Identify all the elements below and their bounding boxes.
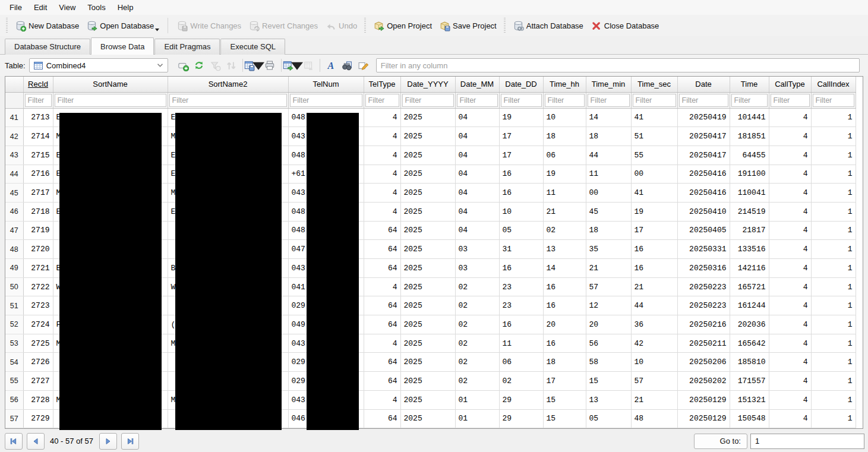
grid-cell[interactable]: 4 — [364, 202, 400, 221]
grid-cell[interactable]: 2025 — [400, 296, 455, 315]
grid-cell[interactable]: 18 — [543, 127, 586, 146]
grid-cell[interactable]: 18 — [586, 221, 631, 240]
grid-cell[interactable]: 2723 — [23, 296, 53, 315]
grid-cell[interactable]: 58 — [586, 353, 631, 372]
edit-cell-button[interactable] — [355, 58, 371, 74]
grid-cell[interactable]: 20250331 — [677, 240, 730, 259]
column-header-date-dd[interactable]: Date_DD — [499, 77, 543, 92]
column-header-time[interactable]: Time — [730, 77, 769, 92]
grid-cell[interactable]: 20250410 — [677, 202, 730, 221]
grid-cell[interactable]: 2726 — [23, 353, 53, 372]
grid-cell[interactable]: 04 — [455, 221, 499, 240]
grid-cell[interactable]: 20250206 — [677, 353, 730, 372]
grid-cell[interactable]: 04 — [455, 202, 499, 221]
attach-database-button[interactable]: Attach Database — [509, 17, 587, 34]
grid-cell[interactable]: 04 — [455, 184, 499, 203]
new-record-button[interactable] — [175, 58, 191, 74]
grid-cell[interactable]: 10 — [631, 353, 677, 372]
grid-cell[interactable]: 16 — [499, 259, 543, 278]
grid-cell[interactable]: 110041 — [730, 184, 769, 203]
column-header-date-yyyy[interactable]: Date_YYYY — [400, 77, 455, 92]
grid-cell[interactable]: 20250223 — [677, 277, 730, 296]
grid-cell[interactable]: 41 — [631, 108, 677, 127]
grid-cell[interactable]: 2025 — [400, 146, 455, 165]
column-filter-input-calltype[interactable]: Filter — [771, 94, 810, 107]
grid-cell[interactable]: 2720 — [23, 240, 53, 259]
row-number[interactable]: 43 — [5, 146, 23, 165]
grid-cell[interactable]: 18 — [586, 127, 631, 146]
grid-cell[interactable]: 2025 — [400, 353, 455, 372]
menu-view[interactable]: View — [53, 0, 81, 15]
grid-cell[interactable]: 35 — [586, 240, 631, 259]
grid-cell[interactable]: 18 — [543, 353, 586, 372]
find-in-cells-button[interactable] — [339, 58, 355, 74]
grid-cell[interactable]: 2714 — [23, 127, 53, 146]
column-filter-input-telnum[interactable]: Filter — [290, 94, 362, 107]
save-project-button[interactable]: Save Project — [435, 17, 500, 34]
menu-file[interactable]: File — [4, 0, 28, 15]
row-number[interactable]: 42 — [5, 127, 23, 146]
grid-cell[interactable]: 4 — [769, 277, 811, 296]
grid-cell[interactable]: 02 — [455, 334, 499, 353]
grid-cell[interactable]: 2717 — [23, 184, 53, 203]
grid-cell[interactable]: 4 — [769, 202, 811, 221]
grid-cell[interactable]: 1 — [811, 353, 856, 372]
grid-cell[interactable]: 4 — [769, 221, 811, 240]
column-header-telnum[interactable]: TelNum — [288, 77, 364, 92]
column-filter-input-teltype[interactable]: Filter — [365, 94, 399, 107]
grid-cell[interactable]: 15 — [543, 390, 586, 409]
column-filter-input-recid[interactable]: Filter — [25, 94, 52, 107]
grid-cell[interactable]: 2722 — [23, 277, 53, 296]
grid-cell[interactable]: 64 — [364, 372, 400, 391]
grid-cell[interactable]: 64 — [364, 221, 400, 240]
grid-cell[interactable]: 4 — [769, 108, 811, 127]
menu-tools[interactable]: Tools — [81, 0, 111, 15]
grid-cell[interactable]: 64 — [364, 409, 400, 428]
save-table-button[interactable] — [246, 58, 262, 74]
grid-cell[interactable]: 16 — [543, 334, 586, 353]
column-filter-input-callindex[interactable]: Filter — [813, 94, 854, 107]
grid-cell[interactable]: 06 — [543, 146, 586, 165]
grid-cell[interactable]: 05 — [499, 221, 543, 240]
grid-cell[interactable]: 17 — [499, 146, 543, 165]
grid-cell[interactable]: 101441 — [730, 108, 769, 127]
grid-cell[interactable]: 2713 — [23, 108, 53, 127]
grid-cell[interactable]: 1 — [811, 315, 856, 334]
grid-cell[interactable]: 20250416 — [677, 184, 730, 203]
grid-cell[interactable]: 21817 — [730, 221, 769, 240]
grid-cell[interactable]: 36 — [631, 315, 677, 334]
tab-browse-data[interactable]: Browse Data — [91, 37, 154, 55]
grid-cell[interactable]: 2728 — [23, 390, 53, 409]
grid-cell[interactable]: 55 — [631, 146, 677, 165]
goto-record-input[interactable] — [750, 434, 864, 449]
grid-cell[interactable]: 2025 — [400, 221, 455, 240]
grid-cell[interactable]: 4 — [364, 277, 400, 296]
grid-cell[interactable]: 2025 — [400, 184, 455, 203]
grid-cell[interactable]: 20250216 — [677, 315, 730, 334]
grid-cell[interactable]: 16 — [499, 315, 543, 334]
column-header-recid[interactable]: RecId — [23, 77, 53, 92]
grid-cell[interactable]: 2025 — [400, 202, 455, 221]
grid-cell[interactable]: 4 — [769, 409, 811, 428]
grid-cell[interactable]: 02 — [455, 296, 499, 315]
close-database-button[interactable]: Close Database — [587, 17, 663, 34]
grid-cell[interactable]: 16 — [499, 184, 543, 203]
grid-cell[interactable]: 16 — [631, 240, 677, 259]
column-header-sortname2[interactable]: SortName2 — [168, 77, 288, 92]
grid-cell[interactable]: 15 — [543, 409, 586, 428]
grid-cell[interactable]: 20250129 — [677, 409, 730, 428]
menu-edit[interactable]: Edit — [28, 0, 53, 15]
grid-cell[interactable]: 57 — [631, 372, 677, 391]
grid-cell[interactable]: 20250417 — [677, 127, 730, 146]
grid-cell[interactable]: 165721 — [730, 277, 769, 296]
column-filter-input-sortname2[interactable]: Filter — [169, 94, 287, 107]
grid-cell[interactable]: 02 — [499, 372, 543, 391]
grid-cell[interactable]: 14 — [543, 259, 586, 278]
dropdown-caret-icon[interactable] — [155, 29, 159, 31]
grid-cell[interactable]: 10 — [543, 108, 586, 127]
grid-cell[interactable]: 2719 — [23, 221, 53, 240]
grid-cell[interactable]: 17 — [631, 221, 677, 240]
grid-cell[interactable]: 20250419 — [677, 108, 730, 127]
grid-cell[interactable]: 20 — [543, 315, 586, 334]
grid-cell[interactable]: 2025 — [400, 165, 455, 184]
